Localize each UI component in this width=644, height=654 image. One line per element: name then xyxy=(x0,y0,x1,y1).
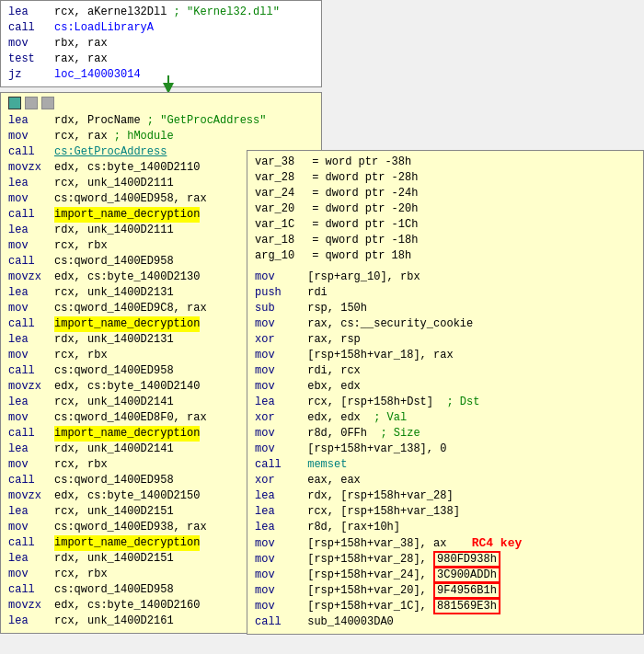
mnemonic: mov xyxy=(255,363,301,379)
operand: rsp, 150h xyxy=(307,302,367,315)
instr-10: xor edx, edx ; Val xyxy=(255,410,636,426)
main-line-2: mov rcx, rax ; hModule xyxy=(8,129,314,144)
icon-list[interactable] xyxy=(25,97,38,109)
instr-12: mov [rsp+158h+var_138], 0 xyxy=(255,442,636,457)
var-line-2: var_28 = dword ptr -28h xyxy=(255,170,418,186)
instr-4: mov rax, cs:__security_cookie xyxy=(255,316,636,332)
mnemonic: xor xyxy=(255,332,301,348)
operand: edx, cs:byte_1400D2150 xyxy=(54,488,200,504)
comment: ; Val xyxy=(367,411,407,424)
var-line-7: arg_10 = qword ptr 18h xyxy=(255,248,418,264)
operand: rcx, [rsp+158h+var_138] xyxy=(307,505,460,518)
mnemonic: jz xyxy=(8,67,54,83)
icon-table[interactable] xyxy=(41,97,54,109)
link-getprocaddress[interactable]: cs:GetProcAddress xyxy=(54,145,167,158)
mnemonic: lea xyxy=(255,488,301,504)
operand: cs:qword_1400ED958 xyxy=(54,582,174,598)
var-line-5: var_1C = dword ptr -1Ch xyxy=(255,217,418,233)
instr-11: mov r8d, 0FFh ; Size xyxy=(255,426,636,442)
mnemonic: call xyxy=(8,473,54,488)
operand: edx, edx xyxy=(307,411,361,424)
mnemonic: lea xyxy=(8,223,54,238)
code-line-3: mov rbx, rax xyxy=(8,36,314,52)
operand: [rsp+158h+var_28], xyxy=(307,553,433,566)
mnemonic: lea xyxy=(255,504,301,520)
instr-23: call sub_140003DA0 xyxy=(255,614,636,630)
operand: rcx, aKernel32Dll xyxy=(54,5,167,20)
operand: rcx, rbx xyxy=(54,238,108,254)
instr-7: mov rdi, rcx xyxy=(255,363,636,379)
instr-21: mov [rsp+158h+var_20], 9F4956B1h xyxy=(255,583,636,599)
mnemonic: lea xyxy=(8,113,54,129)
code-line-2: call cs:LoadLibraryA xyxy=(8,20,314,36)
operand: cs:qword_1400ED958 xyxy=(54,254,174,270)
mnemonic: mov xyxy=(255,379,301,395)
operand: [rsp+158h+var_24], xyxy=(307,568,433,581)
mnemonic: sub xyxy=(255,301,301,316)
operand: cs:qword_1400ED958 xyxy=(54,363,174,379)
operand: loc_140003014 xyxy=(54,67,141,83)
operand: rax, cs:__security_cookie xyxy=(307,317,473,330)
operand: rcx, rbx xyxy=(54,457,108,473)
instr-9: lea rcx, [rsp+158h+Dst] ; Dst xyxy=(255,395,636,410)
code-line-4: test rax, rax xyxy=(8,52,314,67)
instr-5: xor rax, rsp xyxy=(255,332,636,348)
operand: rax, rsp xyxy=(307,333,361,346)
operand: rdx, unk_1400D2141 xyxy=(54,442,174,457)
operand: rdx, ProcName xyxy=(54,113,141,129)
operand: cs:qword_1400ED958 xyxy=(54,473,174,488)
mnemonic: movzx xyxy=(8,488,54,504)
operand: cs:qword_1400ED958, rax xyxy=(54,191,207,207)
mnemonic: lea xyxy=(8,176,54,191)
mnemonic: mov xyxy=(255,568,301,583)
var-line-6: var_18 = qword ptr -18h xyxy=(255,233,418,248)
operand: r8d, [rax+10h] xyxy=(307,521,400,534)
operand: rcx, rax xyxy=(54,129,108,144)
mnemonic: mov xyxy=(255,316,301,332)
comment: ; hModule xyxy=(108,129,174,144)
mnemonic: xor xyxy=(255,410,301,426)
mnemonic: test xyxy=(8,52,54,67)
main-container: lea rcx, aKernel32Dll ; "Kernel32.dll" c… xyxy=(0,0,644,654)
operand: edx, cs:byte_1400D2130 xyxy=(54,270,200,285)
rc4-key-label: RC4 key xyxy=(472,536,523,550)
mnemonic: lea xyxy=(8,285,54,301)
operand: rdx, unk_1400D2131 xyxy=(54,332,174,348)
operand: rdi xyxy=(307,286,328,299)
call-memset: memset xyxy=(307,458,347,471)
var-line-3: var_24 = dword ptr -24h xyxy=(255,186,418,201)
instr-18: mov [rsp+158h+var_38], ax RC4 key xyxy=(255,535,636,552)
instr-2: push rdi xyxy=(255,285,636,301)
rc4-value-3: 9F4956B1h xyxy=(433,582,500,599)
top-code-box: lea rcx, aKernel32Dll ; "Kernel32.dll" c… xyxy=(0,0,322,87)
comment: ; Dst xyxy=(440,396,479,408)
mnemonic: call xyxy=(8,582,54,598)
call-import-decrypt-4: import_name_decryption xyxy=(54,535,200,551)
mnemonic: movzx xyxy=(8,270,54,285)
mnemonic: mov xyxy=(255,552,301,568)
mnemonic: call xyxy=(8,316,54,332)
instr-16: lea rcx, [rsp+158h+var_138] xyxy=(255,504,636,520)
mnemonic: mov xyxy=(255,599,301,614)
mnemonic: mov xyxy=(8,238,54,254)
link-loadlibrary[interactable]: cs:LoadLibraryA xyxy=(54,21,154,34)
icon-grid[interactable] xyxy=(8,97,21,109)
instr-13: call memset xyxy=(255,457,636,473)
mnemonic: movzx xyxy=(8,160,54,176)
rc4-value-2: 3C900ADDh xyxy=(433,567,500,583)
mnemonic: call xyxy=(8,144,54,160)
instr-1: mov [rsp+arg_10], rbx xyxy=(255,270,636,285)
link-loc[interactable]: loc_140003014 xyxy=(54,68,141,81)
toolbar xyxy=(8,97,314,109)
mnemonic: call xyxy=(8,363,54,379)
mnemonic: lea xyxy=(8,5,54,20)
operand: [rsp+158h+var_18], rax xyxy=(307,349,453,361)
mnemonic: mov xyxy=(8,191,54,207)
operand: rax, rax xyxy=(54,52,108,67)
mnemonic: mov xyxy=(8,567,54,582)
operand: r8d, 0FFh xyxy=(307,427,367,440)
main-line-1: lea rdx, ProcName ; "GetProcAddress" xyxy=(8,113,314,129)
operand: rdx, [rsp+158h+var_28] xyxy=(307,489,453,502)
mnemonic: call xyxy=(8,535,54,551)
mnemonic: mov xyxy=(8,348,54,363)
